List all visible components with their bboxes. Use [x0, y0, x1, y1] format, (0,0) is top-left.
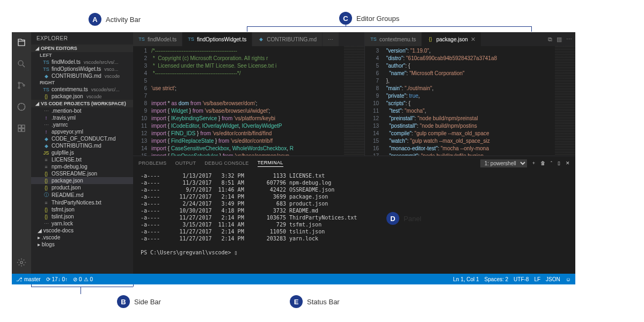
panel-tab[interactable]: TERMINAL — [258, 160, 283, 167]
file-item[interactable]: ⓘREADME.md — [31, 191, 133, 199]
encoding[interactable]: UTF-8 — [514, 276, 529, 282]
code-editor-left[interactable]: 12345678910111213141516171819 /*--------… — [133, 46, 364, 156]
new-terminal-icon[interactable]: + — [532, 160, 535, 166]
language[interactable]: JSON — [546, 276, 560, 282]
editor-tab[interactable]: TSfindModel.ts — [133, 32, 182, 46]
git-sync[interactable]: ⟳17↓ 0↑ — [46, 276, 68, 282]
svg-rect-7 — [18, 129, 21, 131]
file-name: product.json — [52, 185, 80, 191]
file-item[interactable]: ⋯.yarnrc — [31, 121, 133, 128]
file-icon: {} — [43, 171, 49, 177]
sync-icon: ⟳ — [46, 276, 50, 282]
file-name: ThirdPartyNotices.txt — [52, 200, 101, 206]
editor-tab[interactable]: {}package.json✕ — [422, 32, 481, 46]
file-name: OSSREADME.json — [52, 171, 97, 177]
tab-overflow[interactable]: ⋯ — [323, 32, 339, 46]
file-name: findOptionsWidget.ts — [52, 66, 101, 72]
workspace-section[interactable]: ◢VS CODE PROJECTS (WORKSPACE) — [31, 100, 133, 107]
svg-point-3 — [23, 85, 25, 86]
panel-split-icon[interactable]: ▯ — [558, 160, 560, 166]
ln-col[interactable]: Ln 1, Col 1 — [453, 276, 479, 282]
file-item[interactable]: {}package.jsonvscode — [31, 93, 133, 100]
panel-tab[interactable]: DEBUG CONSOLE — [204, 160, 248, 166]
file-icon: {} — [43, 185, 49, 191]
file-item[interactable]: {}package.json — [31, 177, 133, 184]
more-icon[interactable]: ▥ — [557, 36, 562, 43]
folder-item[interactable]: ◢ vscode-docs — [31, 227, 133, 234]
file-icon: {} — [43, 178, 49, 184]
file-item[interactable]: TSfindModel.tsvscode/src/vs/... — [31, 58, 133, 65]
file-item[interactable]: ≡ThirdPartyNotices.txt — [31, 199, 133, 206]
file-item[interactable]: TSfindOptionsWidget.tsvsco... — [31, 65, 133, 72]
file-name: .yarnrc — [52, 122, 68, 128]
file-item[interactable]: {}product.json — [31, 184, 133, 191]
file-name: .mention-bot — [52, 108, 82, 114]
editor-tab[interactable]: TScontextmenu.ts — [365, 32, 422, 46]
editor-tab[interactable]: TSfindOptionsWidget.ts — [182, 32, 252, 46]
git-branch[interactable]: ⎇master — [16, 276, 41, 282]
minimap[interactable] — [344, 46, 364, 156]
svg-point-0 — [18, 61, 23, 65]
minimap[interactable] — [555, 46, 575, 156]
folder-item[interactable]: ▸ blogs — [31, 241, 133, 248]
folder-item[interactable]: ▸ .vscode — [31, 234, 133, 241]
callout-b: B Side Bar — [117, 295, 161, 308]
file-icon: ◆ — [43, 74, 49, 79]
file-name: contextmenu.ts — [52, 86, 88, 92]
status-bar: ⎇master ⟳17↓ 0↑ ⊘0 ⚠0 Ln 1, Col 1 Spaces… — [12, 274, 575, 284]
file-item[interactable]: {}tsfmt.json — [31, 206, 133, 213]
tabs-right: TScontextmenu.ts{}package.json✕⧉▥⋯ — [365, 32, 575, 46]
file-name: README.md — [52, 192, 83, 198]
eol[interactable]: LF — [534, 276, 540, 282]
file-item[interactable]: !appveyor.yml — [31, 128, 133, 135]
kill-terminal-icon[interactable]: 🗑 — [540, 160, 545, 166]
feedback-icon[interactable]: ☺ — [566, 276, 571, 282]
git-icon[interactable] — [16, 79, 27, 91]
terminal-output[interactable]: -a---- 1/13/2017 3:32 PM 1133 LICENSE.tx… — [133, 170, 575, 274]
split-editor-icon[interactable]: ⧉ — [548, 36, 552, 43]
panel-tab[interactable]: PROBLEMS — [138, 160, 166, 166]
file-item[interactable]: {}OSSREADME.json — [31, 170, 133, 177]
close-icon[interactable]: ✕ — [471, 36, 475, 43]
explorer-icon[interactable] — [16, 36, 27, 48]
file-icon: TS — [370, 36, 377, 42]
gear-icon[interactable] — [16, 257, 27, 268]
file-name: npm-debug.log — [52, 164, 87, 170]
errors[interactable]: ⊘0 ⚠0 — [73, 276, 93, 282]
side-bar: EXPLORER ◢OPEN EDITORS LEFT TSfindModel.… — [31, 32, 133, 274]
file-item[interactable]: TScontextmenu.tsvscode/src/... — [31, 86, 133, 93]
activity-bar — [12, 32, 31, 274]
terminal-select[interactable]: 1: powershell — [480, 159, 527, 167]
file-item[interactable]: ≡LICENSE.txt — [31, 156, 133, 163]
file-icon: TS — [138, 36, 145, 42]
open-editors-section[interactable]: ◢OPEN EDITORS — [31, 45, 133, 52]
file-item[interactable]: ≡npm-debug.log — [31, 163, 133, 170]
file-name: CONTRIBUTING.md — [52, 143, 101, 149]
debug-icon[interactable] — [16, 101, 27, 113]
file-item[interactable]: ◆CODE_OF_CONDUCT.md — [31, 135, 133, 142]
file-icon: ⋯ — [43, 122, 49, 128]
file-item[interactable]: ◆CONTRIBUTING.mdvscode — [31, 72, 133, 79]
overflow-icon[interactable]: ⋯ — [566, 36, 572, 43]
search-icon[interactable] — [16, 58, 27, 70]
panel-up-icon[interactable]: ˆ — [551, 160, 552, 166]
file-name: LICENSE.txt — [52, 157, 82, 163]
file-icon: ◆ — [43, 136, 49, 142]
file-item[interactable]: ⋯.mention-bot — [31, 107, 133, 114]
file-icon: ≡ — [43, 164, 49, 170]
spaces[interactable]: Spaces: 2 — [485, 276, 508, 282]
code-editor-right[interactable]: 345678910111213141516171819202122 "versi… — [365, 46, 575, 156]
panel-tab[interactable]: OUTPUT — [175, 160, 196, 166]
file-icon: {} — [43, 94, 49, 99]
file-item[interactable]: ⋯yarn.lock — [31, 220, 133, 227]
extensions-icon[interactable] — [16, 122, 27, 134]
file-icon: ! — [43, 115, 49, 121]
file-item[interactable]: !.travis.yml — [31, 114, 133, 121]
file-icon: JS — [43, 150, 49, 156]
file-item[interactable]: {}tslint.json — [31, 213, 133, 220]
file-item[interactable]: JSgulpfile.js — [31, 149, 133, 156]
editor-tab[interactable]: ◆CONTRIBUTING.md — [252, 32, 323, 46]
panel-close-icon[interactable]: ✕ — [566, 160, 570, 166]
callout-e: E Status Bar — [290, 295, 340, 308]
file-item[interactable]: ◆CONTRIBUTING.md — [31, 142, 133, 149]
